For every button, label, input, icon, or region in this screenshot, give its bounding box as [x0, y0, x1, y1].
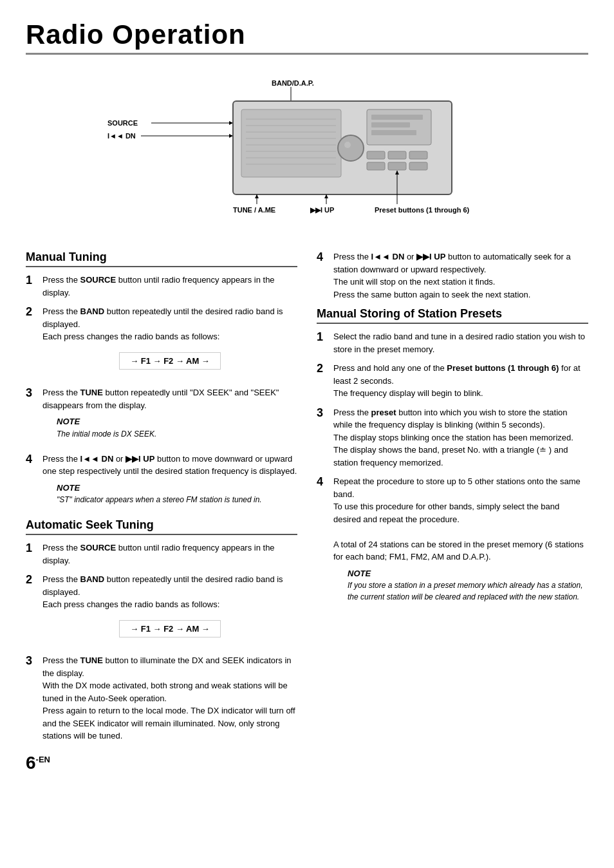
band-flow: → F1 → F2 → AM → — [119, 352, 221, 370]
step-number: 3 — [26, 654, 40, 668]
step-number: 2 — [317, 362, 331, 376]
step-content: Press the I◄◄ DN or ▶▶I UP button to mov… — [42, 453, 297, 513]
note-block: NOTE If you store a station in a preset … — [348, 567, 588, 603]
auto-seek-step-4-right: 4 Press the I◄◄ DN or ▶▶I UP button to a… — [317, 250, 588, 301]
manual-tuning-step-4: 4 Press the I◄◄ DN or ▶▶I UP button to m… — [26, 453, 297, 513]
note-text: "ST" indicator appears when a stereo FM … — [57, 494, 297, 505]
step-content: Press the BAND button repeatedly until t… — [42, 305, 297, 380]
page-title: Radio Operation — [26, 19, 588, 55]
step-number: 1 — [26, 274, 40, 288]
svg-text:SOURCE: SOURCE — [107, 119, 138, 127]
right-column: 4 Press the I◄◄ DN or ▶▶I UP button to a… — [317, 244, 588, 773]
band-flow: → F1 → F2 → AM → — [119, 620, 221, 638]
svg-point-19 — [338, 135, 364, 161]
step-number: 3 — [317, 406, 331, 420]
svg-rect-10 — [241, 109, 341, 177]
diagram-area: BAND/D.A.P. SOURCE I◄◄ DN — [26, 68, 588, 229]
step-number: 4 — [317, 475, 331, 489]
radio-diagram: BAND/D.A.P. SOURCE I◄◄ DN — [107, 74, 507, 222]
step-number: 3 — [26, 386, 40, 401]
step-number: 1 — [26, 542, 40, 556]
note-label: NOTE — [57, 415, 297, 428]
note-block: NOTE The initial mode is DX SEEK. — [57, 415, 297, 440]
left-column: Manual Tuning 1 Press the SOURCE button … — [26, 244, 297, 773]
step-content: Select the radio band and tune in a desi… — [333, 330, 588, 355]
step-content: Press the TUNE button to illuminate the … — [42, 654, 297, 742]
svg-rect-26 — [388, 151, 406, 159]
manual-tuning-step-2: 2 Press the BAND button repeatedly until… — [26, 305, 297, 380]
auto-seek-step-3: 3 Press the TUNE button to illuminate th… — [26, 654, 297, 742]
manual-tuning-step-3: 3 Press the TUNE button repeatedly until… — [26, 386, 297, 446]
svg-text:▶▶I UP: ▶▶I UP — [310, 206, 334, 214]
step-number: 2 — [26, 305, 40, 319]
svg-point-20 — [344, 142, 351, 148]
step-content: Press and hold any one of the Preset but… — [333, 362, 588, 400]
svg-rect-30 — [409, 162, 427, 170]
svg-text:I◄◄ DN: I◄◄ DN — [107, 132, 136, 140]
svg-rect-28 — [367, 162, 385, 170]
svg-rect-29 — [388, 162, 406, 170]
note-text: The initial mode is DX SEEK. — [57, 428, 297, 440]
section-manual-storing-header: Manual Storing of Station Presets — [317, 307, 588, 324]
section-auto-seek-header: Automatic Seek Tuning — [26, 518, 297, 535]
step-number: 1 — [317, 330, 331, 344]
svg-rect-25 — [367, 151, 385, 159]
svg-rect-22 — [371, 115, 423, 120]
step-content: Repeat the procedure to store up to 5 ot… — [333, 475, 588, 609]
step-content: Press the SOURCE button until radio freq… — [42, 274, 297, 299]
note-block: NOTE "ST" indicator appears when a stere… — [57, 482, 297, 506]
page-number: 6-EN — [26, 753, 297, 773]
band-flow-wrapper: → F1 → F2 → AM → — [42, 347, 297, 375]
svg-rect-24 — [371, 130, 416, 135]
manual-tuning-step-1: 1 Press the SOURCE button until radio fr… — [26, 274, 297, 299]
storing-step-4: 4 Repeat the procedure to store up to 5 … — [317, 475, 588, 609]
storing-step-3: 3 Press the preset button into which you… — [317, 406, 588, 469]
svg-rect-23 — [371, 122, 410, 127]
svg-text:BAND/D.A.P.: BAND/D.A.P. — [272, 79, 314, 87]
svg-rect-27 — [409, 151, 427, 159]
note-label: NOTE — [348, 567, 588, 580]
storing-step-2: 2 Press and hold any one of the Preset b… — [317, 362, 588, 400]
svg-text:TUNE / A.ME: TUNE / A.ME — [233, 206, 275, 214]
step-content: Press the SOURCE button until radio freq… — [42, 542, 297, 567]
storing-step-1: 1 Select the radio band and tune in a de… — [317, 330, 588, 355]
svg-text:Preset buttons (1 through 6): Preset buttons (1 through 6) — [375, 206, 470, 214]
step-content: Press the preset button into which you w… — [333, 406, 588, 469]
step-content: Press the I◄◄ DN or ▶▶I UP button to aut… — [333, 250, 588, 301]
section-manual-tuning-header: Manual Tuning — [26, 250, 297, 267]
two-column-layout: Manual Tuning 1 Press the SOURCE button … — [26, 244, 588, 773]
step-number: 2 — [26, 573, 40, 587]
auto-seek-step-2: 2 Press the BAND button repeatedly until… — [26, 573, 297, 648]
step-content: Press the BAND button repeatedly until t… — [42, 573, 297, 648]
step-number: 4 — [317, 250, 331, 265]
note-text: If you store a station in a preset memor… — [348, 580, 588, 603]
band-flow-wrapper: → F1 → F2 → AM → — [42, 615, 297, 643]
step-content: Press the TUNE button repeatedly until "… — [42, 386, 297, 446]
auto-seek-step-1: 1 Press the SOURCE button until radio fr… — [26, 542, 297, 567]
note-label: NOTE — [57, 482, 297, 495]
step-number: 4 — [26, 453, 40, 467]
